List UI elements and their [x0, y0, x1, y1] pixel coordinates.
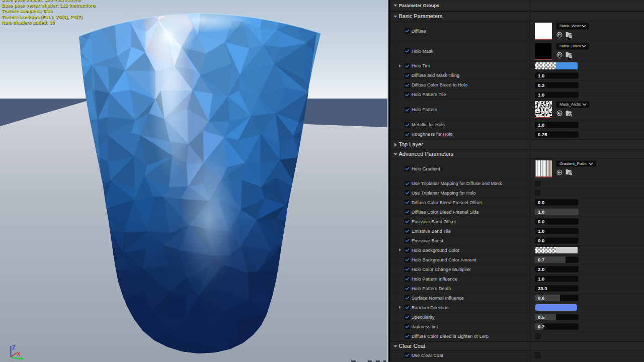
- svg-text:Z: Z: [12, 344, 16, 350]
- svg-text:X: X: [17, 351, 21, 357]
